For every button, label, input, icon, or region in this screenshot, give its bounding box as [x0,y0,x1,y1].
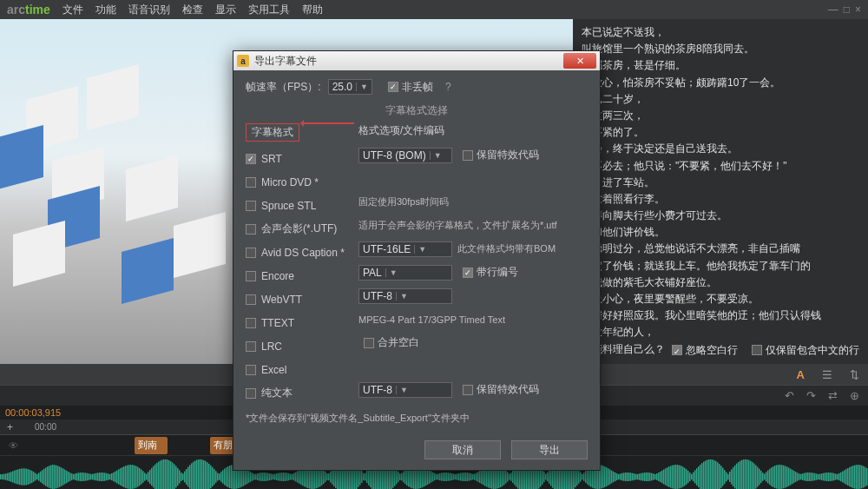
chinese-only-checkbox[interactable]: 仅保留包含中文的行 [752,342,859,359]
menu-display[interactable]: 显示 [215,3,236,17]
menu-bar: arctime 文件 功能 语音识别 检查 显示 实用工具 帮助 — □ × [0,0,868,19]
magnet-icon[interactable]: ⊕ [850,389,859,402]
format-option-checkbox[interactable]: 保留特效代码 [463,148,539,162]
format-checkbox[interactable] [246,271,256,281]
dialog-titlebar[interactable]: a 导出字幕文件 ✕ [233,51,600,70]
undo-icon[interactable]: ↶ [785,389,794,402]
subtitle-line[interactable]: 他不必去；他只说："不要紧，他们去不好！" [582,158,859,175]
subtitle-line[interactable]: 往过两三次， [582,108,859,124]
format-option-checkbox[interactable]: 保留特效代码 [463,382,539,397]
subtitle-line[interactable]: 叫旅馆里一个熟识的茶房8陪我同去。 [582,41,859,57]
subtitle-line[interactable]: 年已二十岁， [582,91,859,108]
svg-rect-155 [267,473,269,481]
svg-rect-76 [130,465,132,489]
svg-rect-23 [38,472,40,480]
menu-speech[interactable]: 语音识别 [128,3,170,17]
format-checkbox[interactable] [246,224,256,235]
svg-rect-190 [328,473,330,480]
svg-rect-496 [859,465,861,488]
svg-rect-97 [167,459,168,489]
no-drop-checkbox[interactable]: 非丢帧 [388,80,433,95]
svg-rect-379 [656,473,658,480]
svg-rect-485 [840,472,842,482]
format-checkbox[interactable] [246,177,256,188]
svg-rect-384 [665,468,667,485]
subtitle-line[interactable]: 着和他们讲价钱。 [582,224,859,241]
format-checkbox[interactable] [246,341,256,352]
format-checkbox[interactable] [246,365,256,375]
list-button[interactable]: ☰ [822,368,832,381]
svg-rect-151 [260,472,262,481]
format-checkbox[interactable] [246,388,256,399]
subtitle-line[interactable]: 茶房好好照应我。我心里暗笑他的迂；他们只认得钱 [582,307,859,324]
menu-help[interactable]: 帮助 [302,3,323,17]
format-checkbox[interactable] [246,318,256,328]
encoding-select[interactable]: UTF-8 (BOM)▼ [358,148,452,163]
subtitle-line[interactable]: 是聪明过分，总觉他说话不大漂亮，非自己插嘴 [582,241,859,257]
format-checkbox[interactable] [246,294,256,305]
encoding-select[interactable]: UTF-8▼ [358,288,452,304]
menu-function[interactable]: 功能 [95,3,116,17]
subtitle-line[interactable]: 路上小心，夜里要警醒些，不要受凉。 [582,291,859,307]
help-icon[interactable]: ? [445,81,451,93]
svg-rect-152 [262,472,264,481]
format-checkbox[interactable] [246,248,256,258]
subtitle-line[interactable]: 样大年纪的人， [582,324,859,340]
encoding-select[interactable]: UTF-8▼ [358,382,452,398]
menu-file[interactable]: 文件 [62,3,83,17]
menu-tools[interactable]: 实用工具 [248,3,290,17]
format-checkbox[interactable] [246,154,256,164]
format-option-checkbox[interactable]: 带行编号 [463,265,518,280]
svg-rect-255 [441,472,443,480]
sync-button[interactable]: ⇅ [850,368,859,381]
svg-rect-116 [200,459,201,489]
format-note: MPEG-4 Part 17/3GPP Timed Text [358,314,505,325]
svg-rect-48 [82,472,83,481]
svg-rect-385 [667,467,668,486]
svg-rect-387 [670,466,672,487]
svg-rect-488 [845,469,847,485]
subtitle-line[interactable]: 不放心，怕茶房不妥帖；颇踌躇10了一会。 [582,75,859,91]
encoding-select[interactable]: UTF-16LE▼ [358,241,452,257]
redo-icon[interactable]: ↷ [806,389,816,402]
subtitle-line[interactable]: 一会，终于决定还是自己送我去。 [582,141,859,157]
svg-rect-98 [168,460,170,489]
svg-rect-72 [123,466,125,487]
encoding-select[interactable]: PAL▼ [358,265,452,281]
svg-rect-91 [156,463,158,489]
dialog-close-button[interactable]: ✕ [563,53,596,69]
svg-rect-264 [457,473,458,479]
format-checkbox[interactable] [246,201,256,211]
subtitle-line[interactable]: 再嘱茶房，甚是仔细。 [582,57,859,74]
menu-check[interactable]: 检查 [182,3,203,17]
swap-icon[interactable]: ⇄ [828,389,838,402]
subtitle-line[interactable]: 讲定了价钱；就送我上车。他给我拣定了靠车门的 [582,258,859,274]
subtitle-line[interactable]: 本已说定不送我， [582,24,859,41]
window-max-icon[interactable]: □ [844,3,850,16]
svg-rect-110 [189,465,191,488]
window-min-icon[interactable]: — [828,3,838,16]
svg-rect-450 [779,465,781,489]
format-option-checkbox[interactable]: 合并空白 [364,335,419,350]
svg-rect-58 [99,472,101,481]
cancel-button[interactable]: 取消 [424,440,501,459]
fps-select[interactable]: 25.0▼ [328,79,372,95]
svg-rect-94 [161,459,163,489]
subtitle-line[interactable]: 给我做的紫毛大衣铺好座位。 [582,274,859,291]
window-close-icon[interactable]: × [855,3,861,16]
subtitle-line[interactable]: 他忙着照看行李。 [582,191,859,208]
subtitle-line[interactable]: ，得向脚夫行些小费才可过去。 [582,208,859,224]
svg-rect-33 [56,466,57,489]
svg-rect-448 [776,465,778,488]
subtitle-block[interactable]: 到南 [135,437,168,454]
track-visibility-icon[interactable] [9,439,18,452]
ignore-blank-checkbox[interactable]: 忽略空白行 [672,342,738,359]
subtitle-line[interactable]: 江，进了车站。 [582,175,859,191]
ruler-add-icon[interactable]: + [7,421,13,433]
export-button[interactable]: 导出 [511,440,588,459]
svg-rect-365 [632,473,634,481]
svg-rect-159 [274,474,276,480]
subtitle-line[interactable]: 么要紧的了。 [582,124,859,141]
font-button[interactable]: A [797,368,805,381]
svg-rect-355 [615,472,616,481]
